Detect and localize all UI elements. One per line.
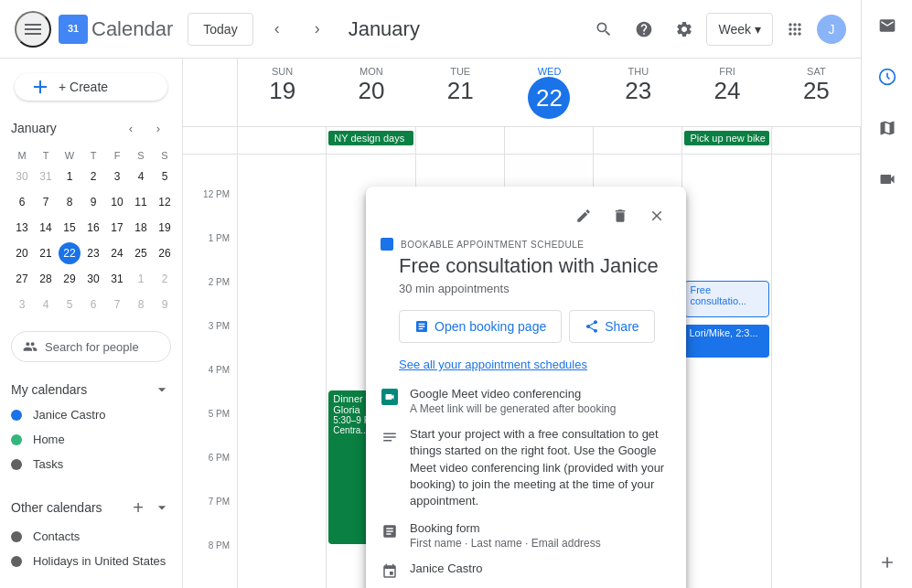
right-panel-mail-icon[interactable] bbox=[869, 7, 906, 44]
search-people[interactable]: Search for people bbox=[11, 331, 171, 362]
mini-cal-day[interactable]: 17 bbox=[106, 217, 128, 239]
see-all-link[interactable]: See all your appointment schedules bbox=[381, 358, 671, 371]
event-free-consult-fri[interactable]: Free consultatio... bbox=[684, 281, 768, 317]
popup-badge: BOOKABLE APPOINTMENT SCHEDULE bbox=[381, 238, 671, 251]
mini-cal-day[interactable]: 5 bbox=[154, 166, 176, 187]
settings-button[interactable] bbox=[666, 11, 703, 48]
mini-cal-day[interactable]: 19 bbox=[154, 217, 176, 239]
mini-cal-day[interactable]: 8 bbox=[59, 191, 80, 213]
share-button[interactable]: Share bbox=[569, 310, 654, 343]
mini-cal-day[interactable]: 15 bbox=[59, 217, 80, 239]
mini-cal-day[interactable]: 14 bbox=[35, 217, 57, 239]
mini-cal-day[interactable]: 8 bbox=[130, 294, 152, 315]
search-button[interactable] bbox=[585, 11, 622, 48]
next-button[interactable]: › bbox=[301, 13, 334, 46]
calendar-item-contacts[interactable]: Contacts bbox=[0, 524, 182, 549]
form-icon bbox=[381, 522, 399, 540]
mini-cal-day[interactable]: 20 bbox=[11, 242, 33, 264]
calendar-item-home[interactable]: Home bbox=[0, 427, 182, 452]
menu-button[interactable] bbox=[15, 11, 51, 48]
apps-button[interactable] bbox=[777, 11, 813, 48]
popup-close-button[interactable] bbox=[642, 201, 671, 230]
popup-desc-row: Start your project with a free consultat… bbox=[381, 426, 671, 509]
other-calendars-header[interactable]: Other calendars + bbox=[0, 491, 182, 524]
right-panel-maps-icon[interactable] bbox=[869, 110, 906, 146]
my-calendars-header[interactable]: My calendars bbox=[0, 377, 182, 402]
mini-cal-day[interactable]: 24 bbox=[106, 242, 128, 264]
mini-cal-day[interactable]: 3 bbox=[11, 294, 33, 315]
mini-cal-day[interactable]: 9 bbox=[82, 191, 104, 213]
calendar-grid: SUN 19 MON 20 TUE 21 WED 22 THU 23 bbox=[183, 59, 861, 588]
organizer-name: Janice Castro bbox=[410, 561, 482, 577]
event-lori-mike[interactable]: Lori/Mike, 2:3... bbox=[684, 325, 768, 358]
meet-title: Google Meet video conferencing bbox=[410, 386, 616, 402]
mini-cal-day[interactable]: 11 bbox=[130, 191, 152, 213]
mini-cal-day[interactable]: 4 bbox=[35, 294, 57, 315]
mini-cal-day[interactable]: 29 bbox=[59, 268, 80, 290]
mini-cal-day[interactable]: 3 bbox=[106, 166, 128, 187]
mini-cal-day[interactable]: 30 bbox=[11, 166, 33, 187]
desc-icon bbox=[381, 428, 399, 446]
day-header-thu: THU 23 bbox=[594, 59, 682, 126]
today-button[interactable]: Today bbox=[188, 13, 252, 46]
mini-cal-day[interactable]: 2 bbox=[82, 166, 104, 187]
mini-cal-day[interactable]: 21 bbox=[35, 242, 57, 264]
mini-cal-day[interactable]: 23 bbox=[82, 242, 104, 264]
week-button[interactable]: Week ▾ bbox=[706, 13, 773, 46]
allday-event-ny[interactable]: NY design days bbox=[328, 131, 413, 145]
allday-event-bike[interactable]: Pick up new bike bbox=[684, 131, 768, 145]
mini-cal-day[interactable]: 26 bbox=[154, 242, 176, 264]
popup-badge-icon bbox=[381, 238, 393, 251]
calendar-dot bbox=[11, 410, 22, 421]
mini-cal-day-header: T bbox=[35, 148, 57, 163]
add-calendar-button[interactable]: + bbox=[125, 495, 151, 520]
month-title: January bbox=[349, 17, 572, 41]
mini-cal-day[interactable]: 7 bbox=[35, 191, 57, 213]
avatar[interactable]: J bbox=[817, 15, 846, 44]
mini-cal-day[interactable]: 5 bbox=[59, 294, 80, 315]
mini-cal-day[interactable]: 13 bbox=[11, 217, 33, 239]
my-calendars-section: My calendars Janice Castro Home Tasks bbox=[0, 369, 182, 484]
mini-cal-day[interactable]: 12 bbox=[154, 191, 176, 213]
mini-cal-day[interactable]: 9 bbox=[154, 294, 176, 315]
right-panel-tasks-icon[interactable] bbox=[869, 59, 906, 95]
mini-cal-day[interactable]: 7 bbox=[106, 294, 128, 315]
popup-delete-button[interactable] bbox=[606, 201, 635, 230]
mini-cal-day[interactable]: 18 bbox=[130, 217, 152, 239]
mini-cal-day-header: W bbox=[59, 148, 80, 163]
popup-edit-button[interactable] bbox=[569, 201, 598, 230]
mini-cal-day[interactable]: 4 bbox=[130, 166, 152, 187]
mini-cal-day[interactable]: 1 bbox=[59, 166, 80, 187]
calendar-dot bbox=[11, 556, 22, 567]
allday-cell-thu bbox=[594, 127, 682, 154]
calendar-item-holidays[interactable]: Holidays in United States bbox=[0, 549, 182, 573]
calendar-dot bbox=[11, 459, 22, 470]
mini-cal-day[interactable]: 6 bbox=[11, 191, 33, 213]
mini-cal-day[interactable]: 6 bbox=[82, 294, 104, 315]
mini-cal-prev[interactable]: ‹ bbox=[118, 115, 144, 141]
right-panel-meet-icon[interactable] bbox=[869, 161, 906, 198]
prev-button[interactable]: ‹ bbox=[261, 13, 294, 46]
right-panel bbox=[861, 0, 912, 588]
calendar-item-tasks[interactable]: Tasks bbox=[0, 452, 182, 476]
mini-cal-day-today[interactable]: 22 bbox=[59, 242, 80, 264]
right-panel-add-icon[interactable] bbox=[869, 544, 906, 581]
mini-cal-next[interactable]: › bbox=[145, 115, 171, 141]
calendar-label: Contacts bbox=[33, 529, 80, 543]
mini-cal-day[interactable]: 30 bbox=[82, 268, 104, 290]
meet-icon bbox=[381, 388, 399, 406]
calendar-item-janice[interactable]: Janice Castro bbox=[0, 402, 182, 427]
mini-cal-day[interactable]: 27 bbox=[11, 268, 33, 290]
logo-area: 31 Calendar bbox=[59, 15, 173, 44]
mini-cal-day[interactable]: 28 bbox=[35, 268, 57, 290]
create-button[interactable]: + Create bbox=[15, 73, 167, 101]
open-booking-button[interactable]: Open booking page bbox=[399, 310, 562, 343]
mini-cal-day[interactable]: 25 bbox=[130, 242, 152, 264]
mini-cal-day[interactable]: 31 bbox=[106, 268, 128, 290]
help-button[interactable] bbox=[626, 11, 662, 48]
mini-cal-day[interactable]: 31 bbox=[35, 166, 57, 187]
mini-cal-day[interactable]: 10 bbox=[106, 191, 128, 213]
mini-cal-day[interactable]: 2 bbox=[154, 268, 176, 290]
mini-cal-day[interactable]: 1 bbox=[130, 268, 152, 290]
mini-cal-day[interactable]: 16 bbox=[82, 217, 104, 239]
